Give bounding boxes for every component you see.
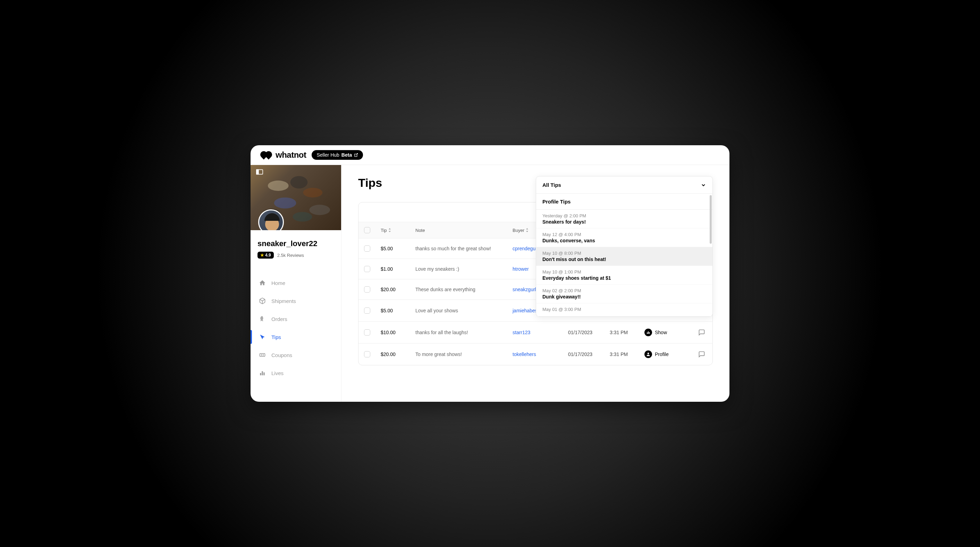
svg-point-12 [261,355,262,355]
chat-icon[interactable] [698,329,705,336]
profile-cover [251,165,341,230]
sidebar: sneaker_lover22 ★ 4.9 2.5k Reviews Home … [251,165,342,402]
seller-hub-link[interactable]: Seller Hub Beta [312,150,363,160]
dropdown-item-time: May 10 @ 8:00 PM [542,251,706,256]
cell-note: Love all your shows [415,308,512,313]
svg-point-21 [648,352,649,354]
row-checkbox[interactable] [364,308,370,314]
nav-orders[interactable]: Orders [251,310,341,328]
bars-icon [259,369,266,376]
dropdown-item-time: May 10 @ 1:00 PM [542,270,706,274]
sort-icon [526,228,528,232]
cell-tip: $20.00 [381,287,415,292]
cell-tip: $1.00 [381,266,415,272]
row-checkbox[interactable] [364,329,370,336]
nav-coupons[interactable]: Coupons [251,346,341,364]
dropdown-item[interactable]: May 10 @ 8:00 PM Don't miss out on this … [536,247,713,266]
dropdown-item-label: Dunk giveaway!! [542,294,706,300]
chat-icon[interactable] [698,351,705,358]
svg-point-3 [268,181,289,191]
tips-filter-dropdown: All Tips Profile Tips Yesterday @ 2:00 P… [536,176,713,317]
dropdown-item[interactable]: Yesterday @ 2:00 PM Sneakers for days! [536,210,713,228]
svg-rect-11 [260,354,265,356]
coupon-icon [259,352,266,358]
cell-buyer-link[interactable]: tokellehers [512,352,568,357]
dropdown-item-label: Dunks, converse, vans [542,238,706,243]
svg-rect-14 [260,373,261,376]
dropdown-section-title: Profile Tips [536,194,713,210]
rating-badge[interactable]: ★ 4.9 [258,252,274,258]
nav-lives[interactable]: Lives [251,364,341,382]
svg-rect-15 [262,371,263,376]
dropdown-item-time: Yesterday @ 2:00 PM [542,213,706,219]
home-icon [259,279,266,286]
svg-rect-20 [649,332,650,334]
dropdown-item-label: Everyday shoes starting at $1 [542,275,706,281]
row-checkbox[interactable] [364,286,370,293]
dropdown-item-time: May 02 @ 2:00 PM [542,288,706,293]
sidebar-nav: Home Shipments Orders Tips Coupons [251,263,341,392]
cell-date: 01/17/2023 [568,330,610,335]
svg-rect-16 [263,372,264,375]
col-note[interactable]: Note [415,227,512,233]
cell-note: These dunks are everything [415,287,512,292]
whatnot-heart-icon [260,151,274,159]
profile-info: sneaker_lover22 ★ 4.9 2.5k Reviews [251,230,341,263]
cell-date: 01/17/2023 [568,352,610,357]
scrollbar-thumb[interactable] [710,195,712,244]
dropdown-item[interactable]: May 12 @ 4:00 PM Dunks, converse, vans [536,228,713,247]
cell-note: thanks for all the laughs! [415,330,512,335]
cell-time: 3:31 PM [610,330,644,335]
cell-buyer-link[interactable]: starr123 [512,330,568,335]
row-checkbox[interactable] [364,246,370,252]
dropdown-selected: All Tips [542,182,561,188]
cell-method: Show [644,328,693,336]
cell-tip: $5.00 [381,246,415,251]
package-icon [259,297,266,304]
bars-icon [644,328,652,336]
rating-value: 4.9 [265,253,271,258]
dropdown-item-label: Sneakers for days! [542,219,706,225]
reviews-count: 2.5k Reviews [277,253,304,258]
beta-label: Beta [342,152,352,158]
cell-time: 3:31 PM [610,352,644,357]
nav-home[interactable]: Home [251,274,341,292]
main-content: Tips Tip Note Buyer [342,165,729,402]
svg-point-6 [274,198,296,209]
dropdown-body[interactable]: Profile Tips Yesterday @ 2:00 PM Sneaker… [536,194,713,317]
select-all-checkbox[interactable] [364,227,370,233]
dropdown-item[interactable]: May 01 @ 3:00 PM [536,303,713,317]
svg-point-5 [303,188,322,198]
nav-label: Coupons [271,352,292,358]
brand-logo[interactable]: whatnot [260,150,306,160]
star-icon: ★ [260,253,264,258]
cell-tip: $20.00 [381,352,415,357]
svg-point-8 [309,205,330,215]
svg-point-4 [290,176,308,189]
dropdown-toggle[interactable]: All Tips [536,176,713,194]
external-link-icon [354,153,358,157]
nav-label: Shipments [271,298,296,304]
nav-label: Tips [271,334,281,340]
row-checkbox[interactable] [364,351,370,357]
svg-point-13 [263,355,264,355]
row-checkbox[interactable] [364,266,370,272]
svg-rect-19 [648,331,649,334]
dropdown-item-label: Don't miss out on this heat! [542,257,706,262]
svg-rect-18 [647,333,648,334]
username: sneaker_lover22 [258,239,334,248]
col-tip[interactable]: Tip [381,227,415,233]
app-window: whatnot Seller Hub Beta [251,145,729,402]
svg-point-9 [293,212,312,222]
nav-label: Orders [271,316,287,322]
dropdown-item[interactable]: May 02 @ 2:00 PM Dunk giveaway!! [536,285,713,303]
cell-note: To more great shows! [415,352,512,357]
dropdown-item[interactable]: May 10 @ 1:00 PM Everyday shoes starting… [536,266,713,285]
seller-hub-label: Seller Hub [317,152,339,158]
cell-note: thanks so much for the great show! [415,246,512,251]
dropdown-item-time: May 12 @ 4:00 PM [542,232,706,237]
chevron-down-icon [701,182,706,188]
nav-shipments[interactable]: Shipments [251,292,341,310]
nav-tips[interactable]: Tips [251,328,341,346]
cell-method: Profile [644,350,693,358]
